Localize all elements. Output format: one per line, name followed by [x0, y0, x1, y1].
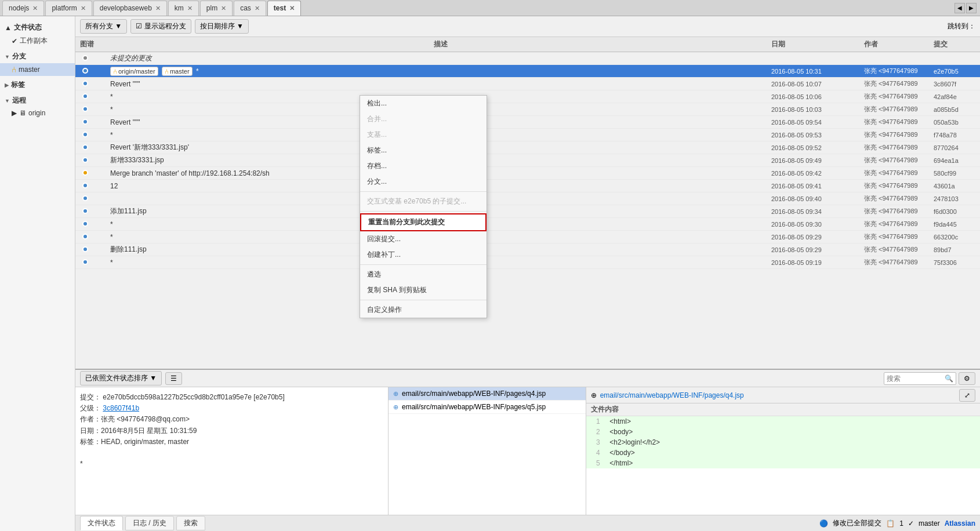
- commit-hash-line: 提交： e2e70b5dccb598a1227b25cc9d8b2cff01a9…: [80, 392, 383, 403]
- sidebar-branches-title: ▼ 分支: [0, 50, 75, 63]
- search-input[interactable]: [887, 374, 945, 383]
- tags-label: 标签：HEAD, origin/master, master: [80, 438, 189, 446]
- menu-checkout[interactable]: 检出...: [360, 96, 487, 111]
- branches-triangle-icon: ▼: [5, 54, 10, 60]
- commit-3-date: 2016-08-05 10:06: [771, 93, 864, 100]
- origin-label: origin: [28, 109, 45, 117]
- diff-line-4: 4 </body>: [586, 448, 980, 458]
- commit-14-hash: 663200c: [934, 234, 980, 241]
- commit-row-14[interactable]: * 2016-08-05 09:29 张亮 <9477647989 663200…: [75, 231, 980, 243]
- sort-by-date-button[interactable]: 按日期排序 ▼: [195, 19, 249, 34]
- tab-search[interactable]: 搜索: [176, 516, 205, 530]
- file-path-q4: email/src/main/webapp/WEB-INF/pages/q4.j…: [402, 390, 546, 398]
- uncommitted-graph: [75, 54, 110, 63]
- tab-test[interactable]: test ✕: [267, 1, 301, 16]
- menu-archive[interactable]: 存档...: [360, 158, 487, 174]
- commit-8-date: 2016-08-05 09:49: [771, 157, 864, 164]
- commit-4-dot: [82, 106, 88, 112]
- menu-custom-actions[interactable]: 自定义操作: [360, 302, 487, 318]
- file-add-icon-q5: ⊕: [393, 403, 398, 411]
- menu-copy-sha[interactable]: 复制 SHA 到剪贴板: [360, 282, 487, 298]
- tab-cas-close[interactable]: ✕: [255, 5, 260, 12]
- sidebar-item-origin[interactable]: ▶ 🖥 origin: [0, 107, 75, 119]
- tab-nodejs-close[interactable]: ✕: [32, 5, 38, 12]
- commit-5-graph: [75, 118, 110, 126]
- uncommitted-dot: [82, 55, 88, 61]
- date-label: 日期：2016年8月5日 星期五 10:31:59: [80, 427, 197, 435]
- origin-master-tag: ⑃origin/master: [110, 67, 158, 76]
- commit-row-5[interactable]: Revert """ 2016-08-05 09:54 张亮 <94776479…: [75, 116, 980, 129]
- commit-row-12[interactable]: 添加111.jsp 2016-08-05 09:34 张亮 <947764798…: [75, 205, 980, 218]
- sidebar-section-remotes: ▼ 远程 ▶ 🖥 origin: [0, 94, 75, 119]
- file-item-q4[interactable]: ⊕ email/src/main/webapp/WEB-INF/pages/q4…: [389, 387, 586, 401]
- tab-cas[interactable]: cas ✕: [234, 1, 266, 16]
- commit-7-dot: [82, 144, 88, 150]
- sort-file-status-label: 已依照文件状态排序 ▼: [85, 373, 157, 383]
- tab-platform-label: platform: [52, 4, 77, 12]
- commit-5-date: 2016-08-05 09:54: [771, 119, 864, 126]
- menu-cherry-pick[interactable]: 遴选: [360, 267, 487, 282]
- tab-log-history[interactable]: 日志 / 历史: [125, 516, 174, 530]
- commit-7-author: 张亮 <9477647989: [864, 143, 934, 152]
- tab-plm[interactable]: plm ✕: [200, 1, 233, 16]
- sidebar-work-copy[interactable]: ✔ 工作副本: [0, 34, 75, 48]
- tab-nodejs[interactable]: nodejs ✕: [2, 1, 44, 16]
- tab-test-close[interactable]: ✕: [289, 5, 295, 12]
- tab-plm-close[interactable]: ✕: [221, 5, 226, 12]
- tab-file-status[interactable]: 文件状态: [80, 516, 123, 530]
- commit-9-dot: [82, 170, 88, 176]
- commit-15-author: 张亮 <9477647989: [864, 245, 934, 254]
- tab-scroll-left[interactable]: ◀: [954, 3, 965, 13]
- tab-km[interactable]: km ✕: [168, 1, 199, 16]
- settings-button[interactable]: ⚙: [959, 372, 975, 385]
- commit-2-dot: [82, 81, 88, 86]
- tab-platform-close[interactable]: ✕: [81, 5, 86, 12]
- commit-row-8[interactable]: 新增333/3331.jsp 2016-08-05 09:49 张亮 <9477…: [75, 154, 980, 167]
- status-commit-count: 1: [899, 519, 903, 528]
- branch-all-button[interactable]: 所有分支 ▼: [80, 19, 127, 34]
- commit-2-desc: Revert """: [110, 80, 771, 88]
- diff-line-content-4: </body>: [604, 449, 980, 457]
- commit-row-10[interactable]: 12 2016-08-05 09:41 张亮 <9477647989 43601…: [75, 180, 980, 192]
- menu-tag[interactable]: 标签...: [360, 143, 487, 158]
- sort-by-file-status-button[interactable]: 已依照文件状态排序 ▼: [80, 371, 162, 385]
- menu-revert-commit[interactable]: 回滚提交...: [360, 231, 487, 247]
- tab-developbaseweb-close[interactable]: ✕: [155, 5, 161, 12]
- commit-row-3[interactable]: * 2016-08-05 10:06 张亮 <9477647989 42af84…: [75, 90, 980, 103]
- commit-14-date: 2016-08-05 09:29: [771, 234, 864, 241]
- menu-interactive-rebase: 交互式变基 e2e70b5 的子提交...: [360, 194, 487, 209]
- commit-row-7[interactable]: Revert '新增333/3331.jsp' 2016-08-05 09:52…: [75, 141, 980, 154]
- show-remote-button[interactable]: ☑ 显示远程分支: [130, 19, 191, 34]
- list-view-button[interactable]: ☰: [165, 372, 182, 385]
- commit-row-6[interactable]: * 2016-08-05 09:53 张亮 <9477647989 f748a7…: [75, 129, 980, 141]
- tab-developbaseweb[interactable]: developbaseweb ✕: [93, 1, 167, 16]
- file-list-panel: ⊕ email/src/main/webapp/WEB-INF/pages/q4…: [389, 387, 586, 515]
- menu-reset-branch[interactable]: 重置当前分支到此次提交: [360, 213, 487, 231]
- parent-hash-link[interactable]: 3c8607f41b: [103, 404, 139, 412]
- commit-5-author: 张亮 <9477647989: [864, 118, 934, 126]
- commit-row-1[interactable]: ⑃origin/master ⑃master * 2016-08-05 10:3…: [75, 65, 980, 78]
- date-line: 日期：2016年8月5日 星期五 10:31:59: [80, 425, 383, 437]
- commit-row-13[interactable]: * 2016-08-05 09:30 张亮 <9477647989 f9da44…: [75, 218, 980, 231]
- commit-row-11[interactable]: 2016-08-05 09:40 张亮 <9477647989 2478103: [75, 192, 980, 205]
- commit-row-4[interactable]: * 2016-08-05 10:03 张亮 <9477647989 a085b5…: [75, 103, 980, 116]
- commit-8-dot: [82, 157, 88, 163]
- diff-file-path: email/src/main/webapp/WEB-INF/pages/q4.j…: [600, 391, 744, 399]
- author-label: 作者：张亮 <947764798@qq.com>: [80, 415, 190, 423]
- tab-km-close[interactable]: ✕: [187, 5, 193, 12]
- commit-row-9[interactable]: Merge branch 'master' of http://192.168.…: [75, 167, 980, 180]
- menu-create-patch[interactable]: 创建补丁...: [360, 247, 487, 263]
- file-item-q5[interactable]: ⊕ email/src/main/webapp/WEB-INF/pages/q5…: [389, 401, 586, 414]
- diff-line-2: 2 <body>: [586, 427, 980, 437]
- tab-platform[interactable]: platform ✕: [45, 1, 92, 16]
- tab-scroll-right[interactable]: ▶: [966, 3, 977, 13]
- menu-branch[interactable]: 分文...: [360, 174, 487, 190]
- expand-diff-button[interactable]: ⤢: [959, 389, 975, 402]
- commit-message: *: [80, 459, 383, 470]
- commit-row-15[interactable]: 删除111.jsp 2016-08-05 09:29 张亮 <947764798…: [75, 243, 980, 256]
- sort-by-date-label: 按日期排序 ▼: [200, 21, 244, 31]
- commit-row-16[interactable]: * 2016-08-05 09:19 张亮 <9477647989 75f330…: [75, 256, 980, 269]
- uncommitted-row[interactable]: 未提交的更改: [75, 52, 980, 65]
- sidebar-item-master[interactable]: ⑃ master: [0, 63, 75, 76]
- commit-row-2[interactable]: Revert """ 2016-08-05 10:07 张亮 <94776479…: [75, 78, 980, 90]
